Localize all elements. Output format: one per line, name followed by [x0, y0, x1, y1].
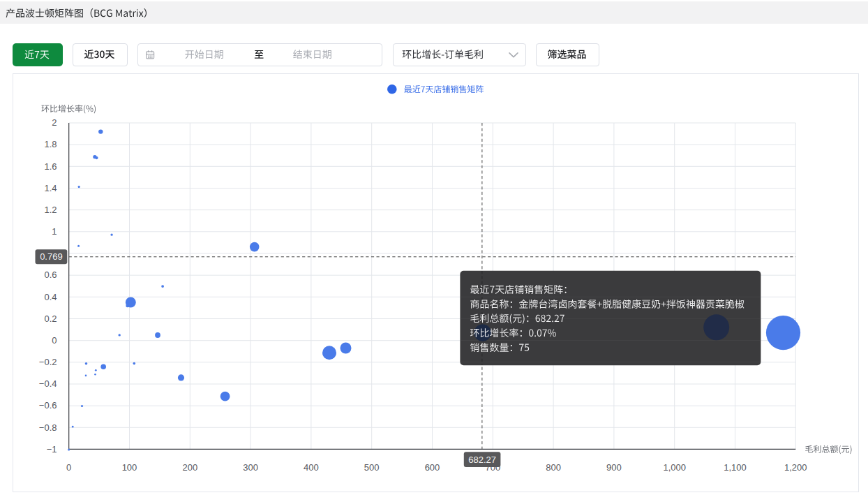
svg-text:−1: −1	[47, 444, 57, 455]
svg-text:−0.6: −0.6	[39, 400, 57, 411]
svg-text:100: 100	[122, 462, 137, 473]
svg-text:900: 900	[606, 462, 622, 473]
svg-text:2: 2	[52, 117, 57, 128]
svg-text:1.4: 1.4	[44, 183, 57, 193]
svg-text:0.4: 0.4	[44, 292, 57, 302]
svg-text:0.6: 0.6	[44, 270, 57, 280]
svg-text:1,100: 1,100	[724, 462, 747, 473]
svg-text:0: 0	[66, 462, 71, 473]
svg-text:1,000: 1,000	[663, 462, 686, 473]
svg-text:1.2: 1.2	[44, 205, 57, 215]
svg-text:682.27: 682.27	[468, 455, 496, 465]
svg-text:300: 300	[243, 462, 258, 473]
svg-text:1.6: 1.6	[44, 161, 57, 172]
svg-text:500: 500	[364, 462, 380, 473]
svg-text:800: 800	[546, 462, 561, 473]
svg-text:−0.8: −0.8	[39, 422, 57, 433]
svg-text:1,200: 1,200	[784, 462, 807, 473]
svg-text:−0.2: −0.2	[39, 357, 57, 367]
svg-text:1.8: 1.8	[44, 139, 57, 149]
svg-text:1: 1	[52, 226, 57, 237]
svg-text:200: 200	[182, 462, 197, 473]
svg-text:0.2: 0.2	[44, 313, 57, 324]
svg-text:600: 600	[425, 462, 440, 473]
svg-text:0: 0	[52, 335, 57, 346]
svg-text:−0.4: −0.4	[39, 378, 57, 389]
svg-text:0.769: 0.769	[40, 251, 63, 262]
svg-text:400: 400	[304, 462, 319, 473]
